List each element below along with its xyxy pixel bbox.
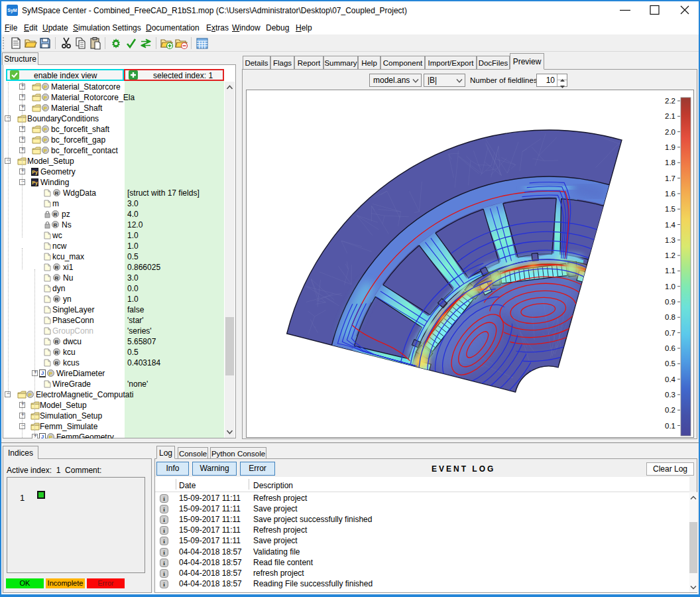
svg-text:1.0: 1.0 xyxy=(665,283,675,291)
svg-text:0.4: 0.4 xyxy=(665,375,676,383)
svg-text:0.8: 0.8 xyxy=(665,313,675,321)
svg-text:1.9: 1.9 xyxy=(665,143,675,151)
svg-text:1.5: 1.5 xyxy=(665,205,675,213)
svg-text:1.8: 1.8 xyxy=(665,159,675,166)
svg-text:1.3: 1.3 xyxy=(665,236,675,244)
svg-text:0.5: 0.5 xyxy=(665,360,675,367)
svg-text:1.7: 1.7 xyxy=(665,174,675,182)
svg-text:2.2: 2.2 xyxy=(665,97,675,105)
svg-text:1.4: 1.4 xyxy=(665,221,676,229)
svg-text:0.1: 0.1 xyxy=(665,422,675,430)
svg-text:0.3: 0.3 xyxy=(665,391,675,399)
svg-text:0.6: 0.6 xyxy=(665,344,675,352)
svg-text:0.7: 0.7 xyxy=(665,329,675,337)
svg-text:1.1: 1.1 xyxy=(665,267,675,275)
svg-text:0.9: 0.9 xyxy=(665,298,675,306)
svg-text:1.6: 1.6 xyxy=(665,190,675,198)
svg-text:0.2: 0.2 xyxy=(665,406,675,414)
svg-text:1.2: 1.2 xyxy=(665,251,675,259)
svg-text:2.0: 2.0 xyxy=(665,128,675,136)
svg-text:2.1: 2.1 xyxy=(665,112,675,120)
